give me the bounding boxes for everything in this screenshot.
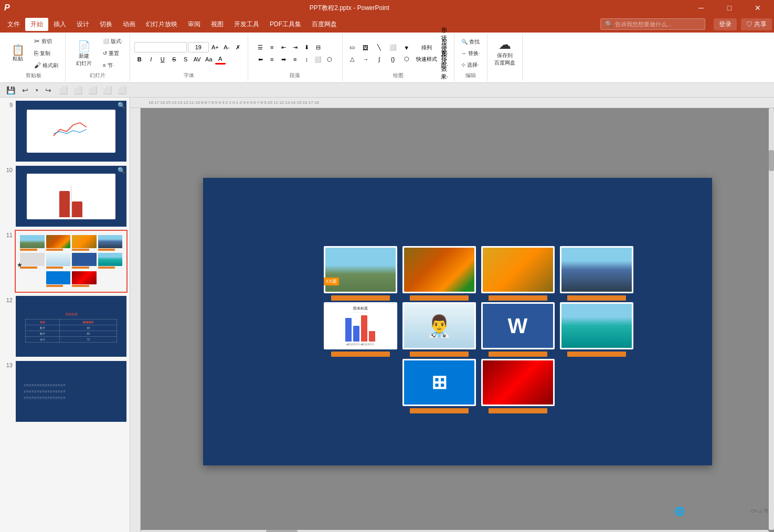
numbering-button[interactable]: ≡	[267, 42, 277, 52]
align-text-button[interactable]: ⬜	[313, 54, 323, 65]
shadow-button[interactable]: S	[181, 54, 191, 65]
qa-view3-button[interactable]: ⬜	[86, 84, 99, 97]
menu-view[interactable]: 视图	[206, 18, 229, 31]
qa-view4-button[interactable]: ⬜	[101, 84, 113, 97]
align-left-button[interactable]: ⬅	[255, 54, 266, 65]
search-bar[interactable]: 🔍	[600, 18, 705, 30]
font-size-input[interactable]	[188, 42, 209, 52]
shape-rect-button[interactable]: ▭	[347, 42, 357, 53]
slide-thumb-10[interactable]: 10 🔍	[2, 165, 128, 228]
slide-thumb-13[interactable]: 13 · 文字文字文字文字文字文字文字文字 · 文字文字文字文字文字文字文字文字…	[2, 360, 128, 423]
menu-animation[interactable]: 动画	[118, 18, 141, 31]
slide-img-11[interactable]: ★	[15, 230, 128, 293]
replace-button[interactable]: ↔ 替换·	[459, 48, 483, 59]
slide-img-13[interactable]: · 文字文字文字文字文字文字文字文字 · 文字文字文字文字文字文字文字文字 · …	[15, 360, 128, 423]
shape-arrow-button[interactable]: →	[361, 54, 371, 65]
select-button[interactable]: ⊹ 选择·	[459, 60, 483, 70]
menu-file[interactable]: 文件	[2, 18, 25, 31]
text-columns-button[interactable]: ⊟	[313, 42, 323, 52]
slide-item-leaf[interactable]	[481, 246, 555, 301]
text-direction-button[interactable]: ⬇	[301, 42, 312, 52]
minimize-button[interactable]: ─	[689, 0, 713, 16]
shape-tri-button[interactable]: △	[347, 54, 357, 65]
paste-button[interactable]: 📋 粘贴	[6, 43, 29, 64]
slide-panel[interactable]: 9 🔍 10	[0, 98, 130, 532]
convert-smartart-button[interactable]: ⬡	[324, 54, 335, 65]
new-slide-button[interactable]: 📄 新建 幻灯片	[70, 38, 98, 69]
menu-transition[interactable]: 切换	[94, 18, 118, 31]
slide-item-mountain[interactable]: XX摄	[324, 246, 397, 301]
slide-item-red-fabric[interactable]	[481, 359, 555, 413]
menu-insert[interactable]: 插入	[48, 18, 71, 31]
login-button[interactable]: 登录	[714, 18, 737, 30]
slide-item-word[interactable]: W	[481, 302, 555, 357]
slide-item-city[interactable]	[560, 246, 633, 301]
copy-button[interactable]: ⎘ 复制	[31, 48, 61, 59]
line-spacing-button[interactable]: ↕	[301, 54, 312, 65]
layout-button[interactable]: ⬜ 版式·	[100, 36, 125, 47]
slide-img-10[interactable]: 🔍	[15, 165, 128, 228]
underline-button[interactable]: U	[157, 54, 168, 65]
bold-button[interactable]: B	[134, 54, 145, 65]
section-button[interactable]: ≡ 节·	[100, 60, 125, 71]
font-size-decrease-button[interactable]: A-	[221, 42, 232, 52]
maximize-button[interactable]: □	[717, 0, 741, 16]
qa-view5-button[interactable]: ⬜	[115, 84, 128, 97]
bullets-button[interactable]: ☰	[255, 42, 266, 52]
qa-undo-dropdown[interactable]: ▾	[34, 84, 40, 97]
italic-button[interactable]: I	[146, 54, 156, 65]
slide-thumb-9[interactable]: 9 🔍	[2, 100, 128, 163]
qa-view1-button[interactable]: ⬜	[57, 84, 69, 97]
slide-item-ocean[interactable]	[560, 302, 633, 357]
menu-review[interactable]: 审阅	[183, 18, 206, 31]
slide-thumb-12[interactable]: 12 表格标题 类别数据说明 数字68 数字89 合计72	[2, 295, 128, 358]
h-scrollbar[interactable]	[141, 530, 769, 532]
font-name-input[interactable]	[134, 42, 187, 52]
strikethrough-button[interactable]: S	[169, 54, 179, 65]
shape-curve-button[interactable]: ∫	[374, 54, 385, 65]
menu-slideshow[interactable]: 幻灯片放映	[141, 18, 183, 31]
align-center-button[interactable]: ≡	[267, 54, 277, 65]
slide-item-autumn[interactable]	[402, 246, 476, 301]
decrease-indent-button[interactable]: ⇤	[278, 42, 289, 52]
shape-extra-button[interactable]: ⬡	[401, 54, 412, 65]
char-spacing-button[interactable]: AV	[192, 54, 203, 65]
menu-developer[interactable]: 开发工具	[229, 18, 264, 31]
quick-style-button[interactable]: 快速样式	[416, 54, 437, 65]
arrange-button[interactable]: 排列	[416, 42, 437, 53]
reset-button[interactable]: ↺ 重置	[100, 48, 125, 59]
qa-undo-button[interactable]: ↩	[19, 84, 31, 97]
menu-pdf-tools[interactable]: PDF工具集	[264, 18, 306, 31]
menu-design[interactable]: 设计	[71, 18, 94, 31]
format-painter-button[interactable]: 🖌 格式刷	[31, 60, 61, 71]
align-right-button[interactable]: ➡	[278, 54, 289, 65]
clear-format-button[interactable]: ✗	[233, 42, 243, 52]
shape-line-button[interactable]: ╲	[374, 42, 385, 53]
menu-baidu-disk[interactable]: 百度网盘	[306, 18, 342, 31]
qa-view2-button[interactable]: ⬜	[71, 84, 84, 97]
qa-redo-button[interactable]: ↪	[42, 84, 55, 97]
font-size-increase-button[interactable]: A+	[210, 42, 220, 52]
share-button[interactable]: ♡ 共享	[741, 18, 772, 30]
find-button[interactable]: 🔍 查找	[459, 37, 483, 47]
shape-img-button[interactable]: 🖼	[361, 42, 371, 53]
menu-home[interactable]: 开始	[25, 18, 48, 31]
change-case-button[interactable]: Aa	[204, 54, 214, 65]
increase-indent-button[interactable]: ⇥	[290, 42, 300, 52]
v-scrollbar[interactable]	[769, 108, 774, 530]
search-input[interactable]	[615, 21, 699, 27]
slide-img-9[interactable]: 🔍	[15, 100, 128, 163]
qa-save-button[interactable]: 💾	[4, 84, 17, 97]
close-button[interactable]: ✕	[746, 0, 770, 16]
font-color-button[interactable]: A	[215, 54, 226, 65]
slide-thumb-11[interactable]: 11 ★	[2, 230, 128, 293]
slide-item-office[interactable]: ⊞	[402, 359, 476, 413]
slide-item-doctor[interactable]: 👨‍⚕️	[402, 302, 476, 357]
shape-more-button[interactable]: ▼	[401, 42, 412, 53]
shape-brace-button[interactable]: {}	[388, 54, 398, 65]
save-baidu-button[interactable]: ☁ 保存到 百度网盘	[492, 36, 518, 68]
slide-item-barchart[interactable]: 图表标题 ■数据系列1 ■数据系列2	[324, 302, 397, 357]
slide-img-12[interactable]: 表格标题 类别数据说明 数字68 数字89 合计72	[15, 295, 128, 358]
shape-oval-button[interactable]: ⬜	[388, 42, 398, 53]
justify-button[interactable]: ≡	[290, 54, 300, 65]
